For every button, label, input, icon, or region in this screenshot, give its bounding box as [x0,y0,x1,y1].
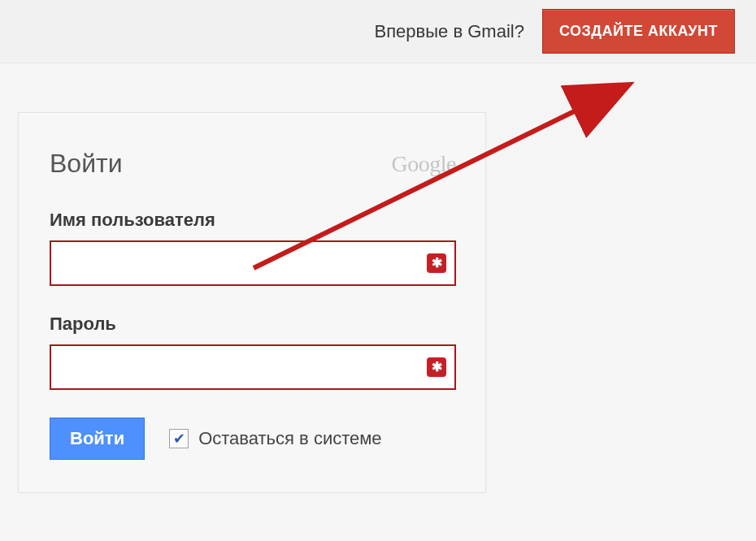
password-manager-icon[interactable]: ✱ [427,357,446,377]
content-area: Войти Google Имя пользователя ✱ Пароль ✱… [0,63,756,541]
login-panel: Войти Google Имя пользователя ✱ Пароль ✱… [18,112,486,493]
username-label: Имя пользователя [50,210,456,231]
top-bar: Впервые в Gmail? СОЗДАЙТЕ АККАУНТ [0,0,756,63]
login-actions: Войти ✔ Оставаться в системе [50,418,456,460]
google-logo: Google [392,151,456,177]
username-input[interactable] [59,242,422,284]
password-manager-icon[interactable]: ✱ [427,253,446,273]
checkbox-icon: ✔ [169,429,189,448]
password-field-wrapper: ✱ [50,344,456,390]
stay-signed-in-toggle[interactable]: ✔ Оставаться в системе [169,428,381,449]
login-title: Войти [50,149,123,179]
stay-signed-in-label: Оставаться в системе [198,428,381,449]
login-button[interactable]: Войти [50,418,145,460]
password-label: Пароль [50,314,456,335]
username-field-wrapper: ✱ [50,240,456,286]
password-input[interactable] [59,346,422,388]
create-account-button[interactable]: СОЗДАЙТЕ АККАУНТ [542,9,735,54]
login-header: Войти Google [50,149,456,179]
first-time-prompt: Впервые в Gmail? [375,21,524,42]
